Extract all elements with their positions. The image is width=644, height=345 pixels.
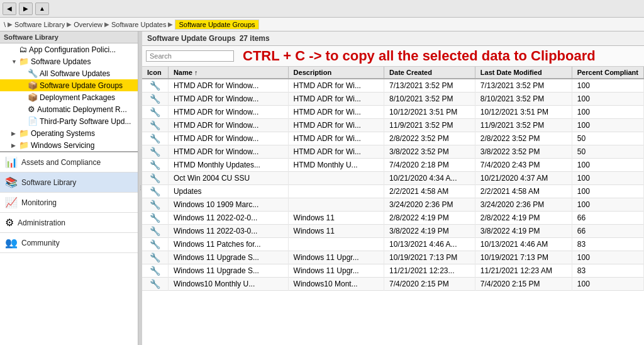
cell-name: Windows10 Monthly U... [168, 278, 288, 291]
col-icon[interactable]: Icon [142, 67, 168, 79]
sidebar-item-operating-systems[interactable]: ▶ 📁 Operating Systems [0, 127, 138, 139]
sidebar-item-third-party[interactable]: 📄 Third-Party Software Upd... [0, 115, 138, 127]
breadcrumb-sep-4: ▶ [168, 21, 173, 28]
table-row[interactable]: 🔧 Windows 11 Upgrade S... Windows 11 Upg… [142, 251, 644, 264]
cell-icon: 🔧 [142, 225, 168, 238]
cell-date-created: 7/4/2020 2:15 PM [384, 278, 475, 291]
os-icon: 📁 [19, 128, 29, 138]
content-header: Software Update Groups 27 items [142, 31, 644, 46]
cell-date-created: 7/4/2020 2:18 PM [384, 159, 475, 172]
sidebar-nav-monitoring[interactable]: 📈 Monitoring [0, 193, 138, 213]
cell-date-created: 8/10/2021 3:52 PM [384, 93, 475, 106]
cell-description: HTMD ADR for Wi... [288, 132, 384, 145]
sidebar-item-all-software-updates[interactable]: 🔧 All Software Updates [0, 67, 138, 79]
back-button[interactable]: ◀ [3, 3, 16, 15]
cell-name: Updates [168, 185, 288, 198]
breadcrumb-software-updates[interactable]: Software Updates [111, 21, 166, 28]
cell-percent-compliant: 100 [572, 119, 643, 132]
cell-last-modified: 2/8/2022 4:19 PM [475, 212, 572, 225]
table-row[interactable]: 🔧 Oct Win 2004 CU SSU 10/21/2020 4:34 A.… [142, 172, 644, 185]
table-row[interactable]: 🔧 HTMD ADR for Window... HTMD ADR for Wi… [142, 145, 644, 159]
sidebar-item-software-updates[interactable]: ▼ 📁 Software Updates [0, 55, 138, 67]
search-input[interactable] [146, 50, 234, 62]
table-row[interactable]: 🔧 HTMD Monthly Updates... HTMD Monthly U… [142, 159, 644, 172]
sidebar-item-deployment-packages[interactable]: 📦 Deployment Packages [0, 91, 138, 103]
row-icon: 🔧 [150, 94, 160, 104]
sidebar-nav-administration[interactable]: ⚙ Administration [0, 213, 138, 233]
col-date-created[interactable]: Date Created [384, 67, 475, 79]
table-row[interactable]: 🔧 HTMD ADR for Window... HTMD ADR for Wi… [142, 119, 644, 132]
breadcrumb-overview[interactable]: Overview [74, 21, 103, 28]
sidebar-nav-assets[interactable]: 📊 Assets and Compliance [0, 152, 138, 172]
table-row[interactable]: 🔧 Windows 11 Upgrade S... Windows 11 Upg… [142, 264, 644, 278]
cell-description [288, 172, 384, 185]
row-icon: 🔧 [150, 133, 160, 144]
sidebar-item-label: Operating Systems [31, 129, 95, 138]
table-row[interactable]: 🔧 Windows 11 2022-03-0... Windows 11 3/8… [142, 225, 644, 238]
cell-date-created: 10/12/2021 3:51 PM [384, 106, 475, 119]
cell-name: Windows 11 Upgrade S... [168, 251, 288, 264]
row-icon: 🔧 [150, 200, 160, 210]
cell-percent-compliant: 100 [572, 198, 643, 212]
cell-description: HTMD ADR for Wi... [288, 79, 384, 93]
row-icon: 🔧 [150, 252, 160, 263]
cell-percent-compliant: 100 [572, 251, 643, 264]
content-area: Software Update Groups 27 items CTRL + C… [142, 31, 644, 345]
table-row[interactable]: 🔧 Windows 11 2022-02-0... Windows 11 2/8… [142, 212, 644, 225]
cell-last-modified: 3/8/2022 3:52 PM [475, 145, 572, 159]
sidebar-item-windows-servicing[interactable]: ▶ 📁 Windows Servicing [0, 139, 138, 151]
table-row[interactable]: 🔧 HTMD ADR for Window... HTMD ADR for Wi… [142, 79, 644, 93]
cell-description: HTMD ADR for Wi... [288, 145, 384, 159]
nav-label: Community [21, 239, 60, 247]
table-row[interactable]: 🔧 Windows 10 1909 Marc... 3/24/2020 2:36… [142, 198, 644, 212]
copy-annotation: CTRL + C -> to copy all the selected dat… [243, 48, 596, 64]
breadcrumb-current[interactable]: Software Update Groups [175, 20, 258, 30]
cell-icon: 🔧 [142, 198, 168, 212]
cell-percent-compliant: 100 [572, 172, 643, 185]
auto-icon: ⚙ [28, 105, 35, 114]
cell-icon: 🔧 [142, 132, 168, 145]
col-name[interactable]: Name ↑ [168, 67, 288, 79]
nav-label: Software Library [21, 178, 76, 187]
up-button[interactable]: ▲ [35, 3, 49, 15]
sidebar-item-app-config[interactable]: 🗂 App Configuration Polici... [0, 43, 138, 55]
row-icon: 🔧 [150, 279, 160, 289]
row-icon: 🔧 [150, 120, 160, 130]
cell-last-modified: 7/4/2020 2:15 PM [475, 278, 572, 291]
col-percent-compliant[interactable]: Percent Compliant [572, 67, 643, 79]
group-icon: 📦 [28, 81, 38, 90]
breadcrumb-root[interactable]: \ [4, 21, 6, 28]
table-row[interactable]: 🔧 Windows 11 Patches for... 10/13/2021 4… [142, 238, 644, 251]
cell-last-modified: 10/19/2021 7:13 PM [475, 251, 572, 264]
sidebar-nav-community[interactable]: 👥 Community [0, 233, 138, 253]
sidebar-item-auto-deployment[interactable]: ⚙ Automatic Deployment R... [0, 103, 138, 115]
cell-last-modified: 10/13/2021 4:46 AM [475, 238, 572, 251]
sidebar-nav-software-library[interactable]: 📚 Software Library [0, 172, 138, 193]
table-row[interactable]: 🔧 HTMD ADR for Window... HTMD ADR for Wi… [142, 93, 644, 106]
row-icon: 🔧 [150, 160, 160, 170]
cell-percent-compliant: 100 [572, 79, 643, 93]
cell-last-modified: 10/21/2020 4:37 AM [475, 172, 572, 185]
col-description[interactable]: Description [288, 67, 384, 79]
main-layout: Software Library 🗂 App Configuration Pol… [0, 31, 644, 345]
table-row[interactable]: 🔧 Updates 2/2/2021 4:58 AM 2/2/2021 4:58… [142, 185, 644, 198]
table-row[interactable]: 🔧 HTMD ADR for Window... HTMD ADR for Wi… [142, 106, 644, 119]
breadcrumb-software-library[interactable]: Software Library [14, 21, 65, 28]
cell-description: HTMD ADR for Wi... [288, 106, 384, 119]
table-row[interactable]: 🔧 HTMD ADR for Window... HTMD ADR for Wi… [142, 132, 644, 145]
breadcrumb-sep-3: ▶ [104, 21, 109, 28]
col-last-modified[interactable]: Last Date Modified [475, 67, 572, 79]
cell-description [288, 198, 384, 212]
table-row[interactable]: 🔧 Windows10 Monthly U... Windows10 Mont.… [142, 278, 644, 291]
cell-last-modified: 7/4/2020 2:43 PM [475, 159, 572, 172]
sidebar-item-software-update-groups[interactable]: 📦 Software Update Groups [0, 79, 138, 91]
cell-name: HTMD Monthly Updates... [168, 159, 288, 172]
forward-button[interactable]: ▶ [19, 3, 33, 15]
cell-percent-compliant: 100 [572, 106, 643, 119]
community-icon: 👥 [5, 237, 18, 249]
win-icon: 📁 [19, 140, 29, 150]
sidebar-item-label: Automatic Deployment R... [37, 105, 127, 114]
cell-icon: 🔧 [142, 79, 168, 93]
cell-name: HTMD ADR for Window... [168, 106, 288, 119]
table-container[interactable]: Icon Name ↑ Description Date Created Las… [142, 67, 644, 345]
